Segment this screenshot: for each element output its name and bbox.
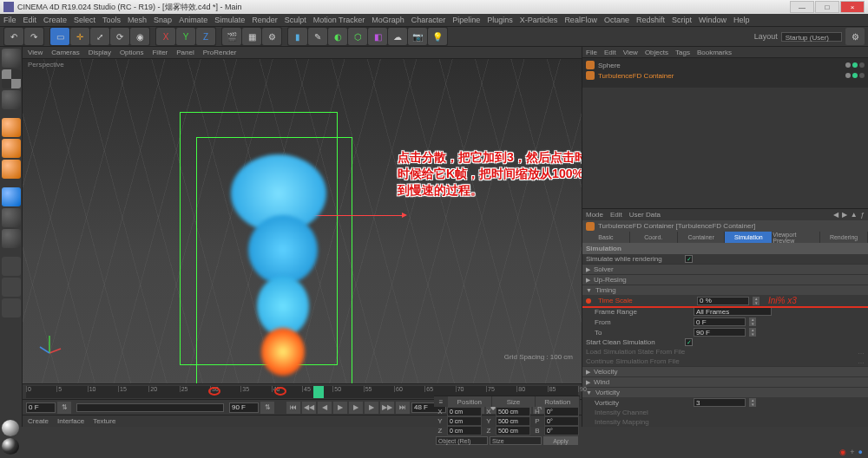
om-menu-objects[interactable]: Objects — [645, 49, 668, 56]
undo-button[interactable]: ↶ — [4, 28, 23, 45]
generator-button[interactable]: ⬡ — [348, 28, 367, 45]
menu-x-particles[interactable]: X-Particles — [520, 16, 558, 24]
attr-fn-icon[interactable]: ƒ — [861, 211, 865, 219]
time-scale-input[interactable]: 0 % — [697, 297, 749, 305]
menu-octane[interactable]: Octane — [604, 16, 629, 24]
rotate-tool[interactable]: ⟳ — [110, 28, 129, 45]
layout-gear-icon[interactable]: ⚙ — [845, 28, 865, 45]
vp-menu-options[interactable]: Options — [120, 49, 144, 56]
close-button[interactable]: × — [840, 1, 865, 13]
attr-mode-menu[interactable]: Mode — [586, 211, 603, 219]
edges-mode[interactable] — [2, 139, 21, 158]
menu-animate[interactable]: Animate — [179, 16, 207, 24]
attr-up-icon[interactable]: ▲ — [851, 211, 858, 219]
menu-pipeline[interactable]: Pipeline — [452, 16, 480, 24]
pos-Z[interactable]: 0 cm — [447, 426, 482, 435]
maximize-button[interactable]: □ — [815, 1, 839, 13]
menu-sculpt[interactable]: Sculpt — [285, 16, 306, 24]
rot-B[interactable]: 0° — [544, 426, 579, 435]
attr-tab-basic[interactable]: Basic — [582, 232, 630, 243]
goto-end-button[interactable]: ⏭ — [396, 402, 410, 414]
xp-icon2[interactable] — [2, 278, 21, 297]
group-velocity[interactable]: ▶Velocity — [582, 366, 868, 376]
soft-mode[interactable] — [2, 229, 21, 248]
om-menu-file[interactable]: File — [586, 49, 597, 56]
menu-help[interactable]: Help — [733, 16, 750, 24]
pos-X[interactable]: 0 cm — [447, 407, 482, 416]
from-input[interactable]: 0 F — [694, 317, 746, 326]
texture-mode[interactable] — [2, 69, 21, 88]
size-Z[interactable]: 500 cm — [496, 426, 530, 435]
rot-P[interactable]: 0° — [544, 416, 579, 426]
menu-realflow[interactable]: RealFlow — [564, 16, 597, 24]
material-ball[interactable] — [2, 420, 19, 436]
vp-menu-filter[interactable]: Filter — [152, 49, 168, 56]
menu-redshift[interactable]: Redshift — [636, 16, 665, 24]
menu-render[interactable]: Render — [252, 16, 278, 24]
redo-button[interactable]: ↷ — [24, 28, 43, 45]
menu-plugins[interactable]: Plugins — [487, 16, 513, 24]
points-mode[interactable] — [2, 118, 21, 137]
menu-tools[interactable]: Tools — [102, 16, 121, 24]
recent-tool[interactable]: ◉ — [130, 28, 149, 45]
attr-tab-simulation[interactable]: Simulation — [725, 232, 773, 243]
om-menu-tags[interactable]: Tags — [675, 49, 690, 56]
group-vorticity[interactable]: ▼Vorticity — [582, 387, 868, 397]
mat-menu-create[interactable]: Create — [28, 417, 49, 425]
attr-tab-viewportpreview[interactable]: Viewport Preview — [773, 232, 820, 243]
size-Y[interactable]: 500 cm — [496, 416, 530, 426]
material-ball[interactable] — [2, 438, 19, 455]
frame-range-dropdown[interactable]: All Frames — [694, 307, 772, 316]
menu-window[interactable]: Window — [699, 16, 727, 24]
continue-sim-button[interactable]: Continue Simulation From File… — [582, 357, 868, 366]
coord-size-dropdown[interactable]: Size — [490, 436, 542, 445]
group-timing[interactable]: ▼Timing — [582, 285, 868, 295]
snap-mode[interactable] — [2, 208, 21, 227]
spinner-icon[interactable]: ▴▾ — [749, 398, 756, 407]
menu-motion tracker[interactable]: Motion Tracker — [313, 16, 365, 24]
vp-menu-panel[interactable]: Panel — [176, 49, 194, 56]
select-tool[interactable]: ▭ — [50, 28, 69, 45]
load-state-button[interactable]: Load Simulation State From File… — [582, 347, 868, 357]
menu-character[interactable]: Character — [411, 16, 446, 24]
attr-tab-rendering[interactable]: Rendering — [820, 232, 868, 243]
nurbs-button[interactable]: ◐ — [328, 28, 347, 45]
prev-key-button[interactable]: ◀◀ — [302, 402, 316, 414]
coord-mode-dropdown[interactable]: Object (Rel) — [436, 436, 488, 445]
render-settings-button[interactable]: ⚙ — [262, 28, 281, 45]
spinner-icon[interactable]: ▴▾ — [749, 328, 756, 337]
menu-simulate[interactable]: Simulate — [214, 16, 245, 24]
xp-icon3[interactable] — [2, 298, 21, 317]
attr-back-icon[interactable]: ◀ — [833, 211, 838, 219]
menu-mesh[interactable]: Mesh — [128, 16, 147, 24]
mat-menu-texture[interactable]: Texture — [93, 417, 115, 425]
menu-snap[interactable]: Snap — [154, 16, 172, 24]
axis-y-toggle[interactable]: Y — [176, 28, 195, 45]
attr-tab-container[interactable]: Container — [678, 232, 726, 243]
spinner-icon[interactable]: ▴▾ — [753, 297, 760, 305]
scale-tool[interactable]: ⤢ — [90, 28, 109, 45]
object-row[interactable]: Sphere — [586, 60, 865, 70]
deformer-button[interactable]: ◧ — [368, 28, 387, 45]
render-button[interactable]: 🎬 — [222, 28, 241, 45]
group-wind[interactable]: ▶Wind — [582, 376, 868, 387]
spinner-icon[interactable]: ▴▾ — [749, 317, 756, 326]
axis-x-toggle[interactable]: X — [156, 28, 175, 45]
layout-dropdown[interactable]: Startup (User) — [781, 32, 842, 42]
workplane-mode[interactable] — [2, 90, 21, 109]
attr-tab-coord[interactable]: Coord. — [630, 232, 678, 243]
next-key-button[interactable]: ▶▶ — [380, 402, 394, 414]
play-back-button[interactable]: ▶ — [333, 402, 347, 414]
menu-script[interactable]: Script — [672, 16, 692, 24]
sim-while-checkbox[interactable]: ✓ — [685, 255, 693, 263]
attr-userdata-menu[interactable]: User Data — [629, 211, 661, 219]
group-upres[interactable]: ▶Up-Resing — [582, 274, 868, 285]
om-menu-edit[interactable]: Edit — [604, 49, 616, 56]
om-menu-view[interactable]: View — [623, 49, 638, 56]
menu-create[interactable]: Create — [43, 16, 67, 24]
object-row[interactable]: TurbulenceFD Container — [586, 70, 865, 81]
camera-button[interactable]: 📷 — [408, 28, 427, 45]
next-frame-button[interactable]: ▶ — [365, 402, 378, 414]
polys-mode[interactable] — [2, 160, 21, 179]
range-scrubber[interactable] — [76, 403, 224, 412]
